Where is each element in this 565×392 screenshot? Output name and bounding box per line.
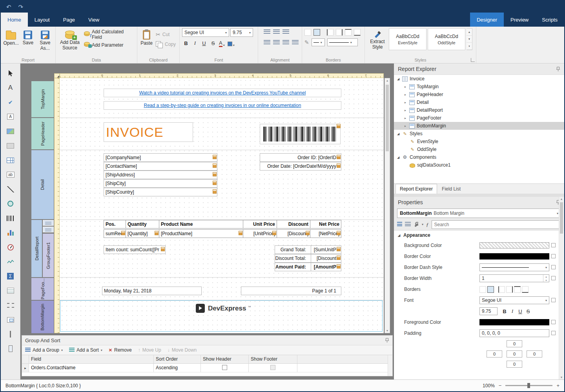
border-none-icon[interactable]: [304, 29, 311, 36]
border-width-combo[interactable]: ▾: [327, 38, 358, 46]
gauge-tool[interactable]: [4, 240, 18, 254]
tab-field-list[interactable]: Field List: [438, 184, 465, 194]
tab-preview[interactable]: Preview: [504, 13, 535, 27]
align-justify-icon[interactable]: [292, 40, 299, 45]
bold-button[interactable]: B: [182, 39, 190, 47]
zoom-out-button[interactable]: −: [499, 383, 502, 388]
undo-icon[interactable]: ↶: [6, 4, 11, 10]
border-dash-style-combo[interactable]: ▾: [312, 38, 325, 46]
barcode-tool[interactable]: [4, 211, 18, 225]
align-middle-icon[interactable]: [273, 29, 280, 34]
alphabetical-view-icon[interactable]: [405, 222, 411, 227]
video-tutorial-link-box[interactable]: Watch a video tutorial on creating invoi…: [104, 89, 341, 97]
checkbox-tool[interactable]: ✔: [4, 95, 18, 109]
zoom-slider-thumb[interactable]: [527, 383, 530, 388]
border-width-editor[interactable]: 1 ▲▼: [479, 274, 549, 282]
tab-view[interactable]: View: [82, 13, 106, 27]
scroll-down-icon[interactable]: ▼: [385, 329, 390, 332]
gallery-up-icon[interactable]: ▲: [467, 29, 472, 36]
documentation-link[interactable]: Read a step-by-step guide on creating in…: [144, 103, 301, 108]
item-count-field[interactable]: Item count: sumCount([Pr: [104, 245, 166, 254]
font-editor[interactable]: Segoe UI ▾: [479, 296, 549, 304]
open-button[interactable]: Open...: [3, 28, 19, 51]
header-cell-quantity[interactable]: Quantity: [126, 220, 159, 229]
font-color-button[interactable]: A ▾: [218, 39, 226, 47]
highlight-color-button[interactable]: ▾: [227, 39, 235, 47]
smart-tag-icon[interactable]: [155, 231, 159, 235]
add-sort-button[interactable]: Add a Sort ▾: [69, 347, 102, 353]
header-cell-unit-price[interactable]: Unit Price: [243, 220, 277, 229]
tree-item-oddstyle[interactable]: ✎OddStyle: [394, 145, 564, 153]
section-expander-icon[interactable]: ◢: [397, 234, 401, 237]
header-cell-discount[interactable]: Discount: [277, 220, 310, 229]
padding-top-input[interactable]: 0: [507, 340, 522, 347]
smart-tag-icon[interactable]: [337, 256, 341, 260]
font-family-combo[interactable]: Segoe UI ▾: [182, 28, 229, 37]
tree-item-bottommargin[interactable]: ▸BottomMargin: [394, 122, 564, 130]
scroll-down-icon[interactable]: ▼: [559, 376, 564, 379]
expressions-icon[interactable]: ƒ: [426, 221, 429, 228]
table-of-contents-tool[interactable]: [4, 283, 18, 298]
tree-item-detail[interactable]: ▸Detail: [394, 98, 564, 106]
font-italic-button[interactable]: I: [508, 307, 516, 315]
grand-total-label[interactable]: Grand Total:: [275, 245, 311, 254]
wrench-icon[interactable]: [414, 222, 419, 227]
documentation-link-box[interactable]: Read a step-by-step guide on creating in…: [104, 101, 341, 110]
band-strip-page-footer[interactable]: PageFoo...: [31, 278, 54, 300]
smart-tag-icon[interactable]: [121, 231, 125, 235]
border-color-swatch[interactable]: [479, 253, 549, 260]
tree-item-topmargin[interactable]: ▸TopMargin: [394, 83, 564, 91]
smart-tag-icon[interactable]: [337, 231, 341, 235]
ship-address-field[interactable]: [ShipAddress]: [104, 171, 217, 179]
property-checkbox[interactable]: [551, 254, 556, 258]
discount-total-value[interactable]: [Discount: [311, 254, 341, 263]
borders-top-icon[interactable]: [514, 286, 521, 293]
row-sort-order-value[interactable]: Ascending: [154, 364, 201, 372]
paste-button[interactable]: Paste: [140, 28, 153, 49]
contact-name-field[interactable]: [ContactName]: [104, 162, 217, 171]
styles-dialog-launcher[interactable]: [471, 58, 475, 62]
save-as-button[interactable]: Save As...: [37, 28, 53, 51]
padding-editor[interactable]: 0, 0, 0, 0: [479, 329, 549, 337]
border-dash-style-editor[interactable]: ▾: [479, 263, 549, 271]
barcode-control[interactable]: [260, 124, 341, 144]
zoom-in-button[interactable]: +: [556, 383, 560, 388]
borders-left-icon[interactable]: [498, 286, 505, 293]
align-left-icon[interactable]: [264, 40, 270, 45]
smart-tag-icon[interactable]: [337, 247, 341, 251]
smart-tag-icon[interactable]: [213, 155, 217, 159]
spin-up-icon[interactable]: ▲: [543, 275, 549, 278]
amount-paid-label[interactable]: Amount Paid:: [275, 263, 311, 271]
expander-icon[interactable]: ▸: [403, 109, 407, 112]
expander-icon[interactable]: ◢: [396, 132, 400, 136]
font-size-combo[interactable]: 9.75 ▾: [230, 28, 253, 37]
pointer-tool[interactable]: [4, 66, 18, 80]
border-bottom-icon[interactable]: [354, 29, 361, 36]
scroll-up-icon[interactable]: ▲: [385, 79, 390, 82]
border-all-icon[interactable]: [313, 29, 320, 36]
band-strip-detail[interactable]: Detail: [31, 150, 54, 219]
remove-button[interactable]: ✕ Remove: [109, 347, 132, 353]
categorized-view-icon[interactable]: [397, 222, 402, 227]
smart-tag-icon[interactable]: [306, 231, 310, 235]
smart-tag-icon[interactable]: [213, 163, 217, 168]
order-id-field[interactable]: Order ID: [OrderID: [260, 153, 341, 162]
expander-icon[interactable]: ◢: [396, 77, 400, 81]
tree-item-evenstyle[interactable]: ✎EvenStyle: [394, 138, 564, 145]
cross-band-box-tool[interactable]: [4, 341, 18, 356]
expander-icon[interactable]: ▸: [403, 116, 407, 120]
tab-home[interactable]: Home: [1, 13, 28, 27]
discount-total-label[interactable]: Discount Total:: [275, 254, 311, 263]
ship-city-field[interactable]: [ShipCity]: [104, 179, 217, 188]
borders-right-icon[interactable]: [506, 286, 513, 293]
borders-bottom-icon[interactable]: [522, 286, 529, 293]
canvas-vertical-scrollbar[interactable]: ▲ ▼: [385, 78, 390, 333]
character-comb-tool[interactable]: ab: [4, 167, 18, 182]
picturebox-tool[interactable]: [4, 124, 18, 138]
column-show-footer[interactable]: Show Footer: [249, 355, 297, 363]
tree-item-pageheader[interactable]: ▸PageHeader: [394, 91, 564, 98]
style-gallery-scroll[interactable]: ▲ ▼ ▾: [467, 28, 472, 50]
smart-tag-icon[interactable]: [337, 264, 341, 269]
style-gallery-even[interactable]: AaBbCcDd EvenStyle: [389, 28, 426, 50]
smart-tag-icon[interactable]: [337, 155, 341, 159]
